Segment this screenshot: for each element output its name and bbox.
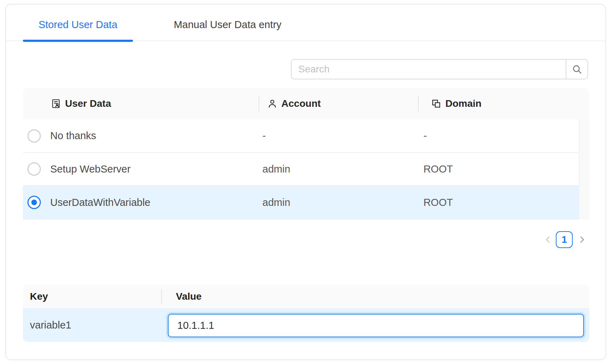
- header-separator: [161, 289, 162, 304]
- radio-checked[interactable]: [27, 196, 41, 209]
- table-scrollbar-gutter: [579, 119, 589, 220]
- column-header-value: Value: [168, 291, 202, 302]
- cell-account: admin: [255, 163, 417, 175]
- pagination-current-page-label: 1: [561, 234, 567, 245]
- cell-user-data: Setup WebServer: [45, 163, 255, 175]
- value-input[interactable]: [168, 314, 584, 337]
- pagination-prev-button[interactable]: [543, 235, 553, 245]
- cell-account: admin: [255, 197, 417, 208]
- radio-cell: [23, 196, 45, 209]
- header-separator: [259, 96, 259, 112]
- tab-stored-user-data[interactable]: Stored User Data: [23, 9, 133, 40]
- column-header-domain: Domain: [424, 98, 589, 109]
- radio-unchecked[interactable]: [27, 129, 41, 143]
- chevron-right-icon: [577, 235, 587, 245]
- file-user-icon: [51, 98, 61, 109]
- search-icon: [571, 64, 583, 75]
- user-data-table-header: User Data Account Domain: [23, 88, 589, 119]
- radio-cell: [23, 129, 45, 143]
- column-header-account: Account: [260, 98, 424, 109]
- radio-cell: [23, 162, 45, 176]
- column-header-user-data: User Data: [46, 98, 260, 109]
- table-row-setup-webserver[interactable]: Setup WebServer admin ROOT: [23, 153, 579, 186]
- user-icon: [267, 98, 278, 109]
- cell-user-data: UserDataWithVariable: [45, 197, 255, 208]
- search-button[interactable]: [566, 60, 587, 79]
- chevron-left-icon: [543, 235, 553, 245]
- cell-domain: ROOT: [417, 197, 579, 208]
- pagination-page-1[interactable]: 1: [556, 231, 573, 248]
- column-header-account-label: Account: [281, 98, 321, 109]
- pagination-next-button[interactable]: [577, 235, 587, 245]
- cell-user-data: No thanks: [45, 130, 255, 142]
- cell-domain: ROOT: [417, 163, 579, 175]
- column-header-domain-label: Domain: [445, 98, 482, 109]
- search-input[interactable]: [292, 60, 566, 79]
- search-group: [291, 59, 588, 79]
- column-header-user-data-label: User Data: [65, 98, 111, 109]
- value-input-wrap: [168, 314, 584, 337]
- kv-table-header: Key Value: [23, 285, 589, 308]
- cell-key: variable1: [23, 319, 168, 331]
- active-tab-indicator: [23, 40, 133, 42]
- tab-manual-user-data-entry-label: Manual User Data entry: [174, 19, 281, 31]
- tab-manual-user-data-entry[interactable]: Manual User Data entry: [157, 9, 299, 40]
- block-icon: [431, 98, 441, 109]
- column-header-key: Key: [23, 291, 168, 302]
- tab-stored-user-data-label: Stored User Data: [38, 19, 117, 31]
- radio-unchecked[interactable]: [27, 162, 41, 176]
- screen: Stored User Data Manual User Data entry: [0, 0, 610, 364]
- header-separator: [418, 96, 419, 112]
- cell-domain: -: [417, 130, 579, 142]
- table-row-no-thanks[interactable]: No thanks - -: [23, 119, 579, 153]
- table-row-userdatawithvariable[interactable]: UserDataWithVariable admin ROOT: [23, 186, 579, 220]
- cell-account: -: [255, 130, 417, 142]
